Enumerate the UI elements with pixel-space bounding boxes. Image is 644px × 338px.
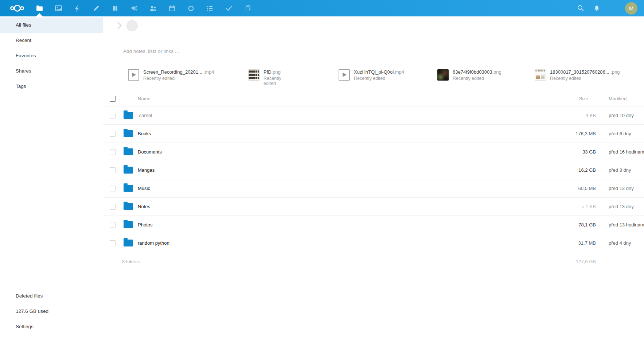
workspace-notes-input[interactable]: Add notes, lists or links ... bbox=[123, 48, 179, 54]
recent-file-name: PfD.png bbox=[264, 69, 281, 75]
row-checkbox[interactable] bbox=[110, 167, 116, 173]
row-checkbox[interactable] bbox=[110, 204, 116, 210]
sidebar-item-deleted-files[interactable]: Deleted files bbox=[0, 288, 103, 304]
app-tasks-button[interactable] bbox=[219, 0, 238, 16]
notifications-button[interactable] bbox=[589, 0, 605, 16]
avatar[interactable]: M bbox=[625, 2, 637, 15]
file-extension: .png bbox=[272, 69, 281, 75]
app-content: All files Recent Favorites Shares Tags D… bbox=[0, 16, 644, 334]
recent-card[interactable]: PfD.png Recently edited bbox=[248, 69, 281, 86]
activity-icon bbox=[74, 4, 81, 12]
file-extension: .mp4 bbox=[202, 69, 214, 75]
app-files-button[interactable] bbox=[30, 0, 49, 16]
file-list: Name Size Modified .carnet 4 KB před 10 … bbox=[103, 91, 644, 271]
column-header-modified[interactable]: Modified bbox=[609, 96, 643, 101]
app-deck-button[interactable] bbox=[106, 0, 125, 16]
row-checkbox[interactable] bbox=[110, 113, 116, 119]
file-extension: .mp4 bbox=[394, 69, 404, 75]
app-menu bbox=[30, 0, 257, 16]
file-modified: před 6 dny bbox=[609, 131, 643, 136]
recent-card[interactable]: XuzHhTQj_ol-Q0oi.mp4 Recently edited bbox=[339, 69, 404, 81]
sidebar-item-tags[interactable]: Tags bbox=[0, 79, 103, 94]
sidebar-item-favorites[interactable]: Favorites bbox=[0, 48, 103, 63]
table-row[interactable]: Music 60,5 MB před 13 dny bbox=[103, 179, 644, 198]
tasks-icon bbox=[225, 4, 233, 12]
column-header-name[interactable]: Name bbox=[138, 96, 552, 101]
nextcloud-logo[interactable] bbox=[5, 5, 30, 12]
search-icon bbox=[577, 4, 585, 12]
sidebar-item-settings[interactable]: Settings bbox=[0, 319, 103, 334]
calendar-icon bbox=[168, 5, 176, 12]
table-row[interactable]: Notes < 1 KB před 13 dny bbox=[103, 198, 644, 216]
column-header-size[interactable]: Size bbox=[552, 96, 596, 101]
table-row[interactable]: .carnet 4 KB před 10 dny bbox=[103, 106, 644, 125]
folder-icon bbox=[124, 203, 133, 210]
table-row[interactable]: Photos 78,1 GB před 13 hodinami bbox=[103, 216, 644, 234]
file-basename: 18300817_301520760286... bbox=[550, 69, 609, 75]
list-icon bbox=[206, 5, 214, 12]
file-name[interactable]: Mangas bbox=[138, 167, 552, 173]
app-photos-button[interactable] bbox=[49, 0, 68, 16]
recent-card[interactable]: Screen_Recording_20201... .mp4 Recently … bbox=[128, 69, 214, 81]
sidebar-item-shares[interactable]: Shares bbox=[0, 63, 103, 79]
file-size: 4 KB bbox=[552, 113, 596, 118]
app-circles-button[interactable] bbox=[182, 0, 200, 16]
table-row[interactable]: Books 176,3 MB před 6 dny bbox=[103, 125, 644, 143]
file-name[interactable]: Notes bbox=[138, 204, 552, 209]
row-checkbox[interactable] bbox=[110, 186, 116, 191]
row-checkbox[interactable] bbox=[110, 240, 116, 246]
search-button[interactable] bbox=[573, 0, 589, 16]
table-row[interactable]: Documents 33 GB před 16 hodinami bbox=[103, 143, 644, 161]
image-thumbnail bbox=[437, 69, 449, 81]
app-audio-button[interactable] bbox=[125, 0, 144, 16]
quota-label: 127.6 GB used bbox=[0, 304, 103, 319]
recent-file-status: Recently edited bbox=[550, 76, 620, 81]
file-extension: .png bbox=[609, 69, 620, 75]
table-row[interactable]: random python 31,7 MB před 4 dny bbox=[103, 234, 644, 252]
recent-card-text: PfD.png Recently edited bbox=[264, 69, 281, 86]
row-checkbox[interactable] bbox=[110, 222, 116, 228]
app-activity-button[interactable] bbox=[68, 0, 87, 16]
file-size: 31,7 MB bbox=[552, 240, 596, 246]
documents-icon bbox=[244, 4, 252, 12]
app-documents-button[interactable] bbox=[238, 0, 257, 16]
recent-file-name: 18300817_301520760286... .png bbox=[550, 69, 620, 75]
video-thumbnail-icon bbox=[339, 69, 350, 81]
recent-card[interactable]: 10 WOULD M 18300817_301520760286... .png… bbox=[535, 69, 620, 81]
sidebar-item-all-files[interactable]: All files bbox=[0, 18, 103, 33]
file-name[interactable]: Documents bbox=[138, 149, 552, 155]
file-name[interactable]: random python bbox=[138, 240, 552, 246]
app-news-button[interactable] bbox=[200, 0, 219, 16]
file-modified: před 4 dny bbox=[609, 240, 643, 246]
table-row[interactable]: Mangas 16,2 GB před 8 dny bbox=[103, 161, 644, 179]
new-file-button[interactable] bbox=[126, 20, 138, 31]
recent-file-name: 63e74f9f0bd03003.png bbox=[453, 69, 501, 75]
audio-icon bbox=[130, 4, 138, 12]
row-checkbox[interactable] bbox=[110, 131, 116, 137]
file-name[interactable]: .carnet bbox=[138, 113, 552, 118]
folder-icon bbox=[124, 167, 133, 174]
folder-icon bbox=[124, 112, 133, 119]
file-size: 176,3 MB bbox=[552, 131, 596, 136]
recent-file-name: XuzHhTQj_ol-Q0oi.mp4 bbox=[354, 69, 404, 75]
file-name[interactable]: Music bbox=[138, 186, 552, 191]
files-nav: All files Recent Favorites Shares Tags bbox=[0, 16, 103, 94]
app-notes-button[interactable] bbox=[87, 0, 106, 16]
app-calendar-button[interactable] bbox=[163, 0, 182, 16]
folder-count-label: 8 folders bbox=[122, 259, 552, 264]
sidebar-item-recent[interactable]: Recent bbox=[0, 33, 103, 48]
deck-icon bbox=[112, 5, 119, 12]
app-contacts-button[interactable] bbox=[144, 0, 163, 16]
recent-file-status: Recently edited bbox=[264, 76, 281, 86]
recent-file-status: Recently edited bbox=[453, 76, 501, 81]
folder-icon bbox=[124, 240, 133, 246]
breadcrumb-chevron-icon bbox=[117, 21, 122, 30]
row-checkbox[interactable] bbox=[110, 149, 116, 155]
file-name[interactable]: Photos bbox=[138, 222, 552, 228]
sidebar-footer: Deleted files 127.6 GB used Settings bbox=[0, 288, 103, 334]
file-size: 33 GB bbox=[552, 149, 596, 155]
folder-icon bbox=[124, 130, 133, 137]
recent-card[interactable]: 63e74f9f0bd03003.png Recently edited bbox=[437, 69, 501, 81]
file-name[interactable]: Books bbox=[138, 131, 552, 136]
select-all-checkbox[interactable] bbox=[110, 96, 116, 102]
